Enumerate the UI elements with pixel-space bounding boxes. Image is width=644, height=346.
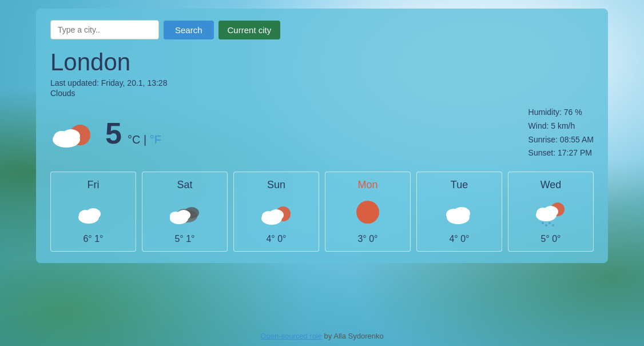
- forecast-temps-wed: 5° 0°: [513, 234, 589, 244]
- temperature: 5: [105, 116, 122, 150]
- forecast-card-tue: Tue 4° 0°: [416, 172, 502, 252]
- celsius-unit[interactable]: °C: [128, 133, 140, 146]
- humidity: Humidity: 76 %: [528, 106, 594, 120]
- forecast-day-sat: Sat: [147, 179, 222, 191]
- forecast-temps-mon: 3° 0°: [330, 234, 406, 244]
- forecast-day-sun: Sun: [238, 179, 314, 191]
- forecast-card-mon: Mon 3° 0°: [325, 172, 411, 252]
- svg-point-6: [86, 208, 101, 220]
- forecast-icon-mon: [351, 197, 385, 228]
- forecast-card-sun: Sun 4° 0°: [233, 172, 319, 252]
- svg-point-20: [453, 207, 470, 220]
- svg-point-25: [542, 222, 544, 224]
- svg-point-24: [543, 206, 558, 217]
- fahrenheit-unit[interactable]: °F: [150, 133, 161, 146]
- weather-card: Search Current city London Last updated:…: [36, 9, 608, 263]
- svg-point-28: [552, 224, 554, 226]
- forecast-icon-tue: [442, 197, 476, 228]
- forecast-icon-sat: [168, 197, 202, 228]
- forecast-day-wed: Wed: [513, 179, 589, 191]
- svg-point-26: [545, 224, 547, 226]
- footer: Open-sourced role by Alla Sydorenko: [260, 332, 383, 340]
- forecast-day-fri: Fri: [55, 179, 131, 191]
- current-weather-icon: [50, 113, 96, 153]
- forecast-temps-sun: 4° 0°: [238, 234, 314, 244]
- forecast-card-wed: Wed 5° 0°: [508, 172, 594, 252]
- search-row: Search Current city: [50, 20, 594, 39]
- current-city-button[interactable]: Current city: [218, 21, 281, 39]
- forecast-card-sat: Sat 5° 1°: [142, 172, 228, 252]
- current-weather: 5 °C | °F Humidity: 76 % Wind: 5 km/h Su…: [50, 106, 594, 160]
- forecast-temps-tue: 4° 0°: [422, 234, 497, 244]
- last-updated: Last updated: Friday, 20.1, 13:28: [50, 78, 594, 88]
- svg-point-27: [548, 222, 551, 224]
- footer-link[interactable]: Open-sourced role: [260, 332, 322, 340]
- forecast-row: Fri 6° 1° Sat: [50, 172, 594, 252]
- weather-condition: Clouds: [50, 89, 594, 98]
- forecast-icon-sun: [259, 197, 293, 228]
- forecast-temps-fri: 6° 1°: [55, 234, 131, 244]
- forecast-day-mon: Mon: [330, 179, 406, 191]
- sunset: Sunset: 17:27 PM: [528, 146, 594, 160]
- footer-suffix: by Alla Sydorenko: [322, 332, 384, 340]
- city-input[interactable]: [50, 20, 159, 39]
- forecast-card-fri: Fri 6° 1°: [50, 172, 136, 252]
- svg-point-12: [177, 210, 190, 220]
- svg-point-3: [62, 129, 80, 143]
- unit-separator: |: [144, 133, 150, 146]
- forecast-temps-sat: 5° 1°: [147, 234, 222, 244]
- sunrise: Sunrise: 08:55 AM: [528, 133, 594, 147]
- city-name: London: [50, 49, 594, 76]
- forecast-icon-fri: [76, 197, 110, 228]
- unit-toggle: °C | °F: [128, 133, 161, 146]
- forecast-icon-wed: [534, 197, 568, 228]
- weather-details: Humidity: 76 % Wind: 5 km/h Sunrise: 08:…: [528, 106, 594, 160]
- svg-point-16: [269, 209, 284, 221]
- forecast-day-tue: Tue: [422, 179, 497, 191]
- svg-point-17: [356, 201, 379, 224]
- search-button[interactable]: Search: [164, 21, 214, 39]
- wind: Wind: 5 km/h: [528, 120, 594, 133]
